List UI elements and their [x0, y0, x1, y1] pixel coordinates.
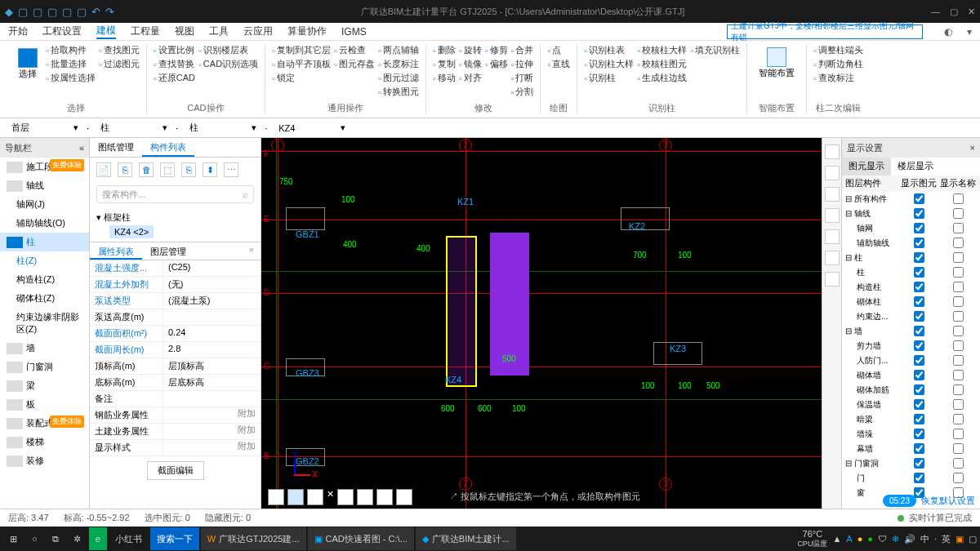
qat-icon[interactable]: ▢ — [47, 6, 57, 18]
task-bim[interactable]: ◆广联达BIM土建计... — [416, 527, 516, 550]
disp-label[interactable]: 墙垛 — [842, 429, 899, 440]
copy-icon[interactable]: ⎘ — [118, 162, 132, 177]
collapse-icon[interactable]: « — [79, 143, 84, 153]
cv-btn[interactable] — [307, 489, 323, 505]
app-xhs[interactable]: 小红书 — [109, 527, 149, 550]
prop-value[interactable] — [163, 309, 261, 325]
more-icon[interactable]: ⋯ — [224, 162, 238, 177]
disp-label[interactable]: 砌体加筋 — [842, 384, 899, 396]
nav-grid[interactable]: 轴网(J) — [0, 195, 89, 214]
tray-icon[interactable]: 中 — [920, 533, 929, 545]
view-btn[interactable] — [825, 208, 840, 223]
show-elem-check[interactable] — [914, 282, 924, 292]
menu-start[interactable]: 开始 — [8, 24, 28, 38]
show-name-check[interactable] — [953, 267, 964, 278]
disp-label[interactable]: ⊟ 墙 — [842, 326, 899, 337]
show-elem-check[interactable] — [914, 399, 924, 410]
close-icon[interactable]: × — [243, 242, 261, 260]
qat-icon[interactable]: ▢ — [77, 6, 87, 18]
nav-col-z[interactable]: 柱(Z) — [0, 251, 89, 270]
show-name-check[interactable] — [953, 429, 964, 439]
tab-elem-disp[interactable]: 图元显示 — [842, 158, 891, 176]
cad-opts-btn[interactable]: CAD识别选项 — [198, 58, 258, 70]
nav-aux-axis[interactable]: 辅助轴线(O) — [0, 214, 89, 233]
show-name-check[interactable] — [953, 252, 964, 263]
show-elem-check[interactable] — [914, 252, 924, 263]
show-elem-check[interactable] — [914, 340, 924, 351]
layer-icon[interactable]: ⬚ — [160, 162, 175, 177]
prop-row[interactable]: 底标高(m)层底标高 — [90, 375, 261, 391]
prop-row[interactable]: 截面面积(m²)0.24 — [90, 326, 261, 342]
tray-icon[interactable]: 英 — [942, 533, 951, 545]
filter-btn[interactable]: 图元过滤 — [378, 72, 419, 84]
search-components[interactable]: 搜索构件...⌕ — [96, 185, 254, 203]
cv-btn[interactable] — [287, 489, 304, 505]
prop-row[interactable]: 显示样式附加 — [90, 440, 261, 456]
prop-value[interactable] — [163, 440, 233, 455]
stretch-btn[interactable]: 拉伸 — [511, 58, 534, 70]
show-name-check[interactable] — [953, 311, 964, 322]
prop-row[interactable]: 土建业务属性附加 — [90, 424, 261, 440]
restore-cad-btn[interactable]: 还原CAD — [154, 72, 195, 84]
prop-row[interactable]: 截面周长(m)2.8 — [90, 342, 261, 358]
prop-sel-btn[interactable]: 按属性选择 — [46, 72, 96, 84]
prop-value[interactable]: 层底标高 — [163, 375, 261, 390]
merge-btn[interactable]: 合并 — [511, 44, 534, 56]
tree-item-kz4[interactable]: KZ4 <2> — [109, 225, 154, 238]
show-elem-check[interactable] — [914, 414, 924, 424]
prop-row[interactable]: 混凝土强度...(C25) — [90, 260, 261, 277]
show-name-check[interactable] — [953, 326, 964, 336]
copy-btn[interactable]: 复制 — [433, 58, 456, 70]
prop-value[interactable]: 层顶标高 — [163, 358, 261, 374]
app-ie[interactable]: e — [89, 527, 107, 550]
tab-drawing[interactable]: 图纸管理 — [90, 138, 142, 157]
close-icon[interactable]: ✕ — [968, 7, 975, 17]
prop-row[interactable]: 泵送高度(m) — [90, 309, 261, 326]
nav-wall[interactable]: 墙 — [0, 339, 89, 358]
prop-row[interactable]: 顶标高(m)层顶标高 — [90, 358, 261, 375]
sort-icon[interactable]: ⬍ — [203, 162, 217, 177]
menu-cloud[interactable]: 云应用 — [243, 24, 273, 38]
view-btn[interactable] — [825, 187, 840, 202]
new-icon[interactable]: 📄 — [96, 162, 111, 177]
view-btn[interactable] — [825, 144, 840, 159]
check-detail-btn[interactable]: 校核柱大样 — [637, 44, 687, 56]
start-button[interactable]: ⊞ — [3, 527, 24, 550]
disp-label[interactable]: 轴网 — [842, 223, 899, 234]
close-icon[interactable]: × — [970, 143, 975, 153]
disp-label[interactable]: 约束边... — [842, 311, 899, 322]
disp-label[interactable]: 砌体柱 — [842, 296, 899, 308]
tray-icon[interactable]: ● — [867, 534, 873, 544]
disp-label[interactable]: 保温墙 — [842, 399, 899, 411]
help-search[interactable]: 土建计量GTJ中，全楼/相邻楼层三维显示图元/轴网有错 — [727, 24, 923, 39]
view-btn[interactable] — [825, 229, 840, 244]
disp-label[interactable]: ⊟ 门窗洞 — [842, 458, 899, 469]
show-elem-check[interactable] — [914, 473, 924, 483]
disp-label[interactable]: 幕墙 — [842, 443, 899, 455]
delete-btn[interactable]: 删除 — [433, 44, 456, 56]
show-elem-check[interactable] — [914, 208, 924, 219]
prop-value[interactable] — [163, 424, 233, 439]
show-elem-check[interactable] — [914, 296, 924, 307]
cv-btn[interactable] — [357, 489, 373, 505]
rotate-btn[interactable]: 旋转 — [459, 44, 482, 56]
line-btn[interactable]: 直线 — [547, 58, 570, 70]
disp-label[interactable]: ⊟ 所有构件 — [842, 193, 899, 205]
tree-root[interactable]: ▾ 框架柱 — [96, 210, 254, 225]
disp-label[interactable]: 构造柱 — [842, 282, 899, 293]
convert-btn[interactable]: 转换图元 — [378, 86, 419, 98]
copy-layer-btn[interactable]: 复制到其它层 — [272, 44, 331, 56]
tray-icon[interactable]: ▢ — [969, 534, 977, 544]
save-disk-btn[interactable]: 图元存盘 — [334, 58, 375, 70]
floor-select[interactable]: 首层 — [8, 120, 65, 136]
cv-btn[interactable] — [337, 489, 354, 505]
restore-defaults[interactable]: 恢复默认设置 — [921, 495, 975, 507]
tray-icon[interactable]: 🛡 — [878, 534, 887, 544]
tab-props[interactable]: 属性列表 — [90, 242, 142, 260]
qat-icon[interactable]: ▢ — [33, 6, 42, 18]
floor-table-btn[interactable]: 识别楼层表 — [198, 44, 258, 56]
disp-label[interactable]: 砌体墙 — [842, 370, 899, 381]
cv-btn[interactable] — [376, 489, 393, 505]
tray-icon[interactable]: ❄ — [892, 534, 899, 544]
show-name-check[interactable] — [953, 355, 964, 366]
